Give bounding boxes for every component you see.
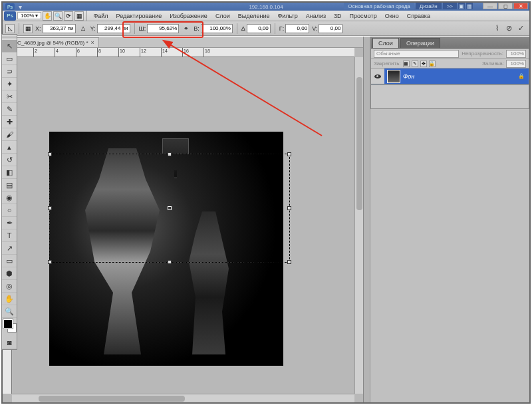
link-wh-icon[interactable]: ⚭ <box>182 24 191 33</box>
commit-transform-icon[interactable]: ✓ <box>516 24 525 33</box>
vskew-input[interactable] <box>319 24 342 33</box>
tool-brush[interactable]: 🖌 <box>2 128 17 141</box>
transform-tool-icon[interactable]: ◺ <box>5 24 15 33</box>
vskew-label: V: <box>312 25 317 32</box>
zoom-icon[interactable]: 🔍 <box>53 11 63 21</box>
menu-file[interactable]: Файл <box>90 12 111 20</box>
tool-gradient[interactable]: ▤ <box>2 179 17 192</box>
hskew-input[interactable] <box>285 24 309 33</box>
tool-text[interactable]: T <box>2 229 17 242</box>
lock-all-icon[interactable]: 🔒 <box>429 61 436 67</box>
menu-layers[interactable]: Слои <box>212 12 233 20</box>
menu-bar: Ps 100%▾ ✋ 🔍 ⟳ ▦ Файл Редактирование Изо… <box>3 11 529 21</box>
menu-view[interactable]: Просмотр <box>346 12 380 20</box>
menu-window[interactable]: Окно <box>382 12 402 20</box>
panel-collapse-strip[interactable] <box>364 37 370 402</box>
options-bar: ◺ ▦ X: △ Y: Ш: ⚭ В: Δ Г: <box>3 21 529 36</box>
tool-zoom[interactable]: 🔍 <box>2 305 17 318</box>
canvas[interactable] <box>12 57 354 394</box>
document-tab-label: DSC_4689.jpg @ 54% (RGB/8) * <box>10 40 88 46</box>
grid-icon[interactable]: ▦ <box>466 3 473 9</box>
menu-help[interactable]: Справка <box>404 12 434 20</box>
tool-history-brush[interactable]: ↺ <box>2 154 17 166</box>
maximize-button[interactable]: ◻ <box>498 3 513 9</box>
document-tab-close[interactable]: × <box>91 39 94 46</box>
lock-paint-icon[interactable]: ✎ <box>412 61 418 67</box>
fill-value[interactable]: 100% <box>506 60 526 68</box>
ruler-horizontal[interactable]: 0 2 4 6 8 10 12 14 16 18 <box>12 48 354 57</box>
menu-select[interactable]: Выделение <box>235 12 273 20</box>
workspace-main[interactable]: Основная рабочая среда <box>344 3 414 9</box>
tool-hand[interactable]: ✋ <box>2 293 17 305</box>
zoom-level-select[interactable]: 100%▾ <box>17 12 41 19</box>
layer-row[interactable]: Фон 🔒 <box>371 68 529 84</box>
tool-marquee[interactable]: ▭ <box>2 53 17 65</box>
ps-logo[interactable]: Ps <box>4 11 16 21</box>
tool-wand[interactable]: ✦ <box>2 78 17 90</box>
zoom-select-small[interactable]: ▾ <box>19 3 22 11</box>
menu-image[interactable]: Изображение <box>166 12 211 20</box>
handle-bottom-right[interactable] <box>287 260 291 264</box>
swap-xy-icon[interactable]: △ <box>78 24 88 33</box>
app-icon: Ps <box>5 3 15 10</box>
y-input[interactable] <box>97 24 130 33</box>
tool-stamp[interactable]: ▴ <box>2 141 17 154</box>
lock-indicator-icon: 🔒 <box>518 73 525 79</box>
cancel-transform-icon[interactable]: ⊘ <box>504 24 513 33</box>
menu-filter[interactable]: Фильтр <box>274 12 301 20</box>
tool-blur[interactable]: ◉ <box>2 192 17 204</box>
tool-move[interactable]: ↖ <box>2 40 17 53</box>
tool-heal[interactable]: ✚ <box>2 116 17 128</box>
tool-crop[interactable]: ✂ <box>2 90 17 103</box>
lock-pixels-icon[interactable]: ▦ <box>403 61 410 67</box>
warp-icon[interactable]: ⌇ <box>492 24 501 33</box>
angle-input[interactable] <box>247 24 271 33</box>
handle-top-right[interactable] <box>287 152 291 156</box>
arrange-icon[interactable]: ▦ <box>74 11 84 21</box>
menu-analysis[interactable]: Анализ <box>303 12 329 20</box>
width-input[interactable] <box>147 24 179 33</box>
rotate-view-icon[interactable]: ⟳ <box>64 11 73 21</box>
fill-label: Заливка: <box>482 61 504 67</box>
tool-lasso[interactable]: ⊃ <box>2 65 17 78</box>
scrollbar-horizontal[interactable] <box>12 394 354 402</box>
tool-pen[interactable]: ✒ <box>2 217 17 229</box>
opacity-value[interactable]: 100% <box>506 50 526 58</box>
eye-icon <box>374 74 381 78</box>
tab-layers[interactable]: Слои <box>372 38 399 48</box>
tool-eyedropper[interactable]: ✎ <box>2 103 17 116</box>
tool-path[interactable]: ↗ <box>2 242 17 255</box>
scrollbar-vertical[interactable] <box>354 57 363 394</box>
workspace-design[interactable]: Дизайн <box>416 3 442 9</box>
workspace-expand[interactable]: >> <box>443 3 457 9</box>
document-tab-bar: DSC_4689.jpg @ 54% (RGB/8) * × <box>3 37 363 48</box>
width-label: Ш: <box>139 25 146 32</box>
layers-panel: Слои Операции Обычные Непрозрачность: 10… <box>370 37 529 109</box>
tab-actions[interactable]: Операции <box>400 38 440 48</box>
menu-3d[interactable]: 3D <box>331 12 345 20</box>
document-tab[interactable]: DSC_4689.jpg @ 54% (RGB/8) * × <box>5 37 99 47</box>
blend-mode-select[interactable]: Обычные <box>374 50 459 58</box>
height-input[interactable] <box>201 24 233 33</box>
tool-3d-camera[interactable]: ◎ <box>2 280 17 293</box>
layer-visibility-toggle[interactable] <box>371 68 384 84</box>
handle-mid-right[interactable] <box>287 206 291 210</box>
tool-dodge[interactable]: ○ <box>2 204 17 217</box>
tool-eraser[interactable]: ◧ <box>2 166 17 179</box>
foreground-color[interactable] <box>3 319 13 329</box>
reference-point-icon[interactable]: ▦ <box>23 24 33 33</box>
screen-mode-icon[interactable]: ▣ <box>458 3 465 9</box>
minimize-button[interactable]: — <box>483 3 497 9</box>
layer-thumbnail[interactable] <box>387 70 400 83</box>
color-swatches[interactable] <box>2 318 17 337</box>
close-button[interactable]: ✕ <box>513 3 528 9</box>
x-input[interactable] <box>43 24 76 33</box>
hand-icon[interactable]: ✋ <box>43 11 52 21</box>
tool-quickmask[interactable]: ◙ <box>2 337 17 349</box>
toolbox-grip[interactable] <box>2 35 17 40</box>
lock-position-icon[interactable]: ✥ <box>420 61 427 67</box>
tool-3d[interactable]: ⬢ <box>2 267 17 280</box>
tool-shape[interactable]: ▭ <box>2 255 17 267</box>
lock-label: Закрепить: <box>374 61 401 67</box>
menu-edit[interactable]: Редактирование <box>113 12 166 20</box>
